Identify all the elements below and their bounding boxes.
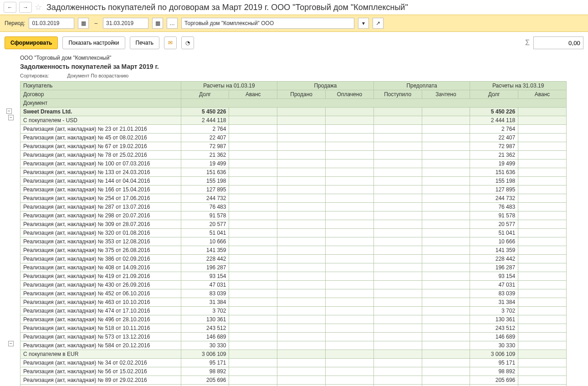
row-cell: 127 895 [181,185,229,194]
row-cell: 5 450 226 [181,108,229,116]
table-row[interactable]: Реализация (акт, накладная) № 78 от 25.0… [20,151,567,160]
row-name: Реализация (акт, накладная) № 353 от 12.… [20,237,181,246]
row-cell [373,263,422,272]
row-cell: 3 702 [470,307,518,315]
row-cell [518,367,567,376]
table-row[interactable]: Реализация (акт, накладная) № 353 от 12.… [20,237,567,246]
row-cell [518,289,567,298]
table-row[interactable]: Реализация (акт, накладная) № 67 от 19.0… [20,142,567,151]
row-cell [277,367,326,376]
row-cell [373,237,422,246]
table-row[interactable]: Реализация (акт, накладная) № 166 от 15.… [20,185,567,194]
row-cell [422,151,470,160]
report-area: ООО "Торговый дом "Комплексный" Задолжен… [18,54,588,386]
row-cell [518,272,567,281]
table-row[interactable]: С покупателем в EUR3 006 1093 006 109 [20,350,567,359]
th-adv1: Аванс [229,90,277,99]
table-row[interactable]: С покупателем - USD2 444 1182 444 118 [20,116,567,125]
table-row[interactable]: Реализация (акт, накладная) № 430 от 26.… [20,281,567,289]
schedule-button[interactable]: ◔ [181,36,194,49]
row-cell: 98 892 [470,367,518,376]
table-row[interactable]: Sweet Dreams Ltd.5 450 2265 450 226 [20,108,567,116]
row-cell: 10 666 [470,237,518,246]
organization-open[interactable]: ↗ [373,18,383,29]
print-button[interactable]: Печать [130,36,159,49]
table-row[interactable]: Реализация (акт, накладная) № 287 от 13.… [20,203,567,211]
table-row[interactable]: Реализация (акт, накладная) № 573 от 13.… [20,333,567,341]
organization-dropdown[interactable]: ▾ [358,18,369,29]
show-settings-button[interactable]: Показать настройки [62,36,125,49]
date-to-picker[interactable]: ▦ [152,18,163,29]
row-cell: 3 006 109 [181,350,229,359]
table-row[interactable]: Реализация (акт, накладная) № 386 от 02.… [20,255,567,263]
row-cell: 22 407 [181,134,229,142]
tree-collapse-level1b[interactable]: − [8,341,14,346]
row-cell [325,125,373,134]
row-cell [277,142,326,151]
row-name: Реализация (акт, накладная) № 254 от 17.… [20,194,181,203]
row-cell: 141 359 [470,246,518,255]
table-row[interactable]: Реализация (акт, накладная) № 584 от 20.… [20,341,567,350]
row-cell [422,367,470,376]
row-name: Реализация (акт, накладная) № 166 от 15.… [20,185,181,194]
tree-collapse-level1[interactable]: − [8,115,14,120]
organization-select[interactable]: Торговый дом "Комплексный" ООО [181,18,354,29]
table-row[interactable]: Реализация (акт, накладная) № 144 от 04.… [20,177,567,185]
table-row[interactable]: Реализация (акт, накладная) № 452 от 06.… [20,289,567,298]
date-to-input[interactable]: 31.03.2019 [103,18,148,29]
th-grp-sale: Продажа [277,82,374,90]
sum-field[interactable] [533,36,583,49]
row-cell [229,298,277,307]
table-row[interactable]: Реализация (акт, накладная) № 133 от 24.… [20,168,567,177]
table-row[interactable]: Реализация (акт, накладная) № 474 от 17.… [20,307,567,315]
row-cell: 2 444 118 [181,116,229,125]
row-cell [373,341,422,350]
row-name: Реализация (акт, накладная) № 309 от 28.… [20,220,181,229]
table-row[interactable]: Реализация (акт, накладная) № 463 от 10.… [20,298,567,307]
row-name: Реализация (акт, накладная) № 452 от 06.… [20,289,181,298]
table-row[interactable]: Реализация (акт, накладная) № 298 от 20.… [20,211,567,220]
row-cell [325,281,373,289]
row-cell: 155 198 [181,177,229,185]
form-button[interactable]: Сформировать [5,36,58,49]
tree-collapse-level0[interactable]: − [6,108,12,114]
favorite-star-icon[interactable]: ☆ [35,2,42,12]
row-cell [277,237,326,246]
row-cell [277,246,326,255]
row-cell: 72 987 [470,142,518,151]
row-cell [373,385,422,386]
report-company: ООО "Торговый дом "Комплексный" [20,54,584,62]
table-row[interactable]: Реализация (акт, накладная) № 89 от 29.0… [20,376,567,385]
table-row[interactable]: Реализация (акт, накладная) № 45 от 08.0… [20,134,567,142]
row-cell [229,142,277,151]
row-cell [518,341,567,350]
forward-button[interactable]: → [19,2,32,13]
row-cell [277,151,326,160]
row-cell [229,151,277,160]
th-sold: Продано [277,90,326,99]
row-name: Реализация (акт, накладная) № 463 от 10.… [20,298,181,307]
row-name: Реализация (акт, накладная) № 67 от 19.0… [20,142,181,151]
table-row[interactable]: Реализация (акт, накладная) № 56 от 15.0… [20,367,567,376]
date-from-picker[interactable]: ▦ [78,18,89,29]
row-name: Реализация (акт, накладная) № 287 от 13.… [20,203,181,211]
date-from-input[interactable]: 01.03.2019 [29,18,74,29]
row-cell [229,116,277,125]
table-row[interactable]: Реализация (акт, накладная) № 320 от 01.… [20,229,567,237]
row-cell [373,185,422,194]
period-select-button[interactable]: … [167,18,178,29]
table-row[interactable]: Реализация (акт, накладная) № 23 от 21.0… [20,125,567,134]
table-row[interactable]: Реализация (акт, накладная) № 408 от 14.… [20,263,567,272]
row-cell [325,298,373,307]
table-row[interactable]: Реализация (акт, накладная) № 100 от 07.… [20,160,567,168]
table-row[interactable]: Реализация (акт, накладная) № 375 от 26.… [20,246,567,255]
email-button[interactable]: ✉ [164,36,177,49]
table-row[interactable]: Реализация (акт, накладная) № 518 от 10.… [20,324,567,333]
table-row[interactable]: Реализация (акт, накладная) № 34 от 02.0… [20,359,567,367]
table-row[interactable]: Реализация (акт, накладная) № 111 от 10.… [20,385,567,386]
table-row[interactable]: Реализация (акт, накладная) № 496 от 28.… [20,315,567,324]
table-row[interactable]: Реализация (акт, накладная) № 419 от 21.… [20,272,567,281]
back-button[interactable]: ← [4,2,16,13]
table-row[interactable]: Реализация (акт, накладная) № 309 от 28.… [20,220,567,229]
table-row[interactable]: Реализация (акт, накладная) № 254 от 17.… [20,194,567,203]
